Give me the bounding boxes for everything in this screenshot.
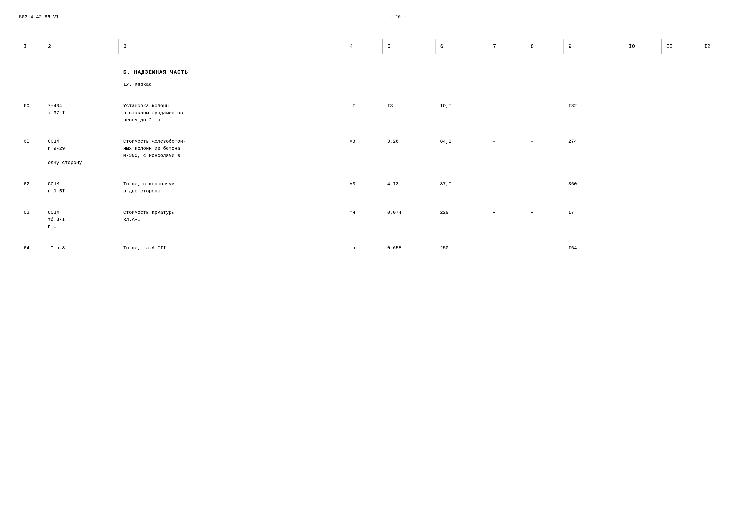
row-64-col6: 250 bbox=[435, 237, 488, 259]
header-left: 503-4-42.86 VI bbox=[19, 14, 59, 20]
row-64-num: 64 bbox=[19, 237, 43, 259]
row-63-unit: тн bbox=[345, 202, 382, 237]
row-60-col8: – bbox=[526, 95, 563, 131]
row-60-num: 60 bbox=[19, 95, 43, 131]
row-64-col11 bbox=[662, 237, 699, 259]
row-63-col12 bbox=[699, 202, 737, 237]
main-table: I 2 3 4 5 6 7 8 9 IO II I2 Б. НАДЗЕМНАЯ … bbox=[19, 39, 737, 259]
col-header-8: 8 bbox=[526, 39, 563, 54]
row-62-col7: – bbox=[488, 173, 526, 202]
table-row: 63 ССЦМтб.3-Iп.I Стоимость арматурыкл.А-… bbox=[19, 202, 737, 237]
row-60-col6: IO,I bbox=[435, 95, 488, 131]
row-60-col5: I8 bbox=[383, 95, 436, 131]
col-header-9: 9 bbox=[563, 39, 624, 54]
table-row: 6I ССЦМп.9-29одну сторону Стоимость желе… bbox=[19, 131, 737, 173]
row-60-col10 bbox=[624, 95, 662, 131]
row-61-col10 bbox=[624, 131, 662, 173]
col-header-10: IO bbox=[624, 39, 662, 54]
col-header-6: 6 bbox=[435, 39, 488, 54]
row-64-code: –"-п.3 bbox=[43, 237, 119, 259]
col-header-11: II bbox=[662, 39, 699, 54]
row-63-code: ССЦМтб.3-Iп.I bbox=[43, 202, 119, 237]
row-62-col8: – bbox=[526, 173, 563, 202]
row-60-col11 bbox=[662, 95, 699, 131]
col-header-5: 5 bbox=[383, 39, 436, 54]
page-header: 503-4-42.86 VI - 26 - bbox=[19, 14, 737, 20]
row-63-col11 bbox=[662, 202, 699, 237]
row-60-code: 7-404т.37-I bbox=[43, 95, 119, 131]
row-64-col12 bbox=[699, 237, 737, 259]
row-62-unit: м3 bbox=[345, 173, 382, 202]
row-61-col12 bbox=[699, 131, 737, 173]
row-61-col5: 3,26 bbox=[383, 131, 436, 173]
row-63-col5: 0,074 bbox=[383, 202, 436, 237]
row-63-col10 bbox=[624, 202, 662, 237]
row-64-col10 bbox=[624, 237, 662, 259]
table-header-row: I 2 3 4 5 6 7 8 9 IO II I2 bbox=[19, 39, 737, 54]
row-61-num: 6I bbox=[19, 131, 43, 173]
row-64-unit: тн bbox=[345, 237, 382, 259]
row-62-col9: 360 bbox=[563, 173, 624, 202]
col-header-12: I2 bbox=[699, 39, 737, 54]
row-61-col6: 84,2 bbox=[435, 131, 488, 173]
row-60-unit: шт bbox=[345, 95, 382, 131]
subsection-iv-row: IУ. Каркас bbox=[19, 79, 737, 95]
row-61-col7: – bbox=[488, 131, 526, 173]
col-header-3: 3 bbox=[119, 39, 345, 54]
row-61-code: ССЦМп.9-29одну сторону bbox=[43, 131, 119, 173]
row-61-desc: Стоимость железобетон-ных колонн из бето… bbox=[119, 131, 345, 173]
section-b-title: Б. НАДЗЕМНАЯ ЧАСТЬ bbox=[119, 54, 345, 79]
row-62-desc: То же, с консолямив две стороны bbox=[119, 173, 345, 202]
row-61-col8: – bbox=[526, 131, 563, 173]
row-63-col6: 229 bbox=[435, 202, 488, 237]
row-62-col5: 4,I3 bbox=[383, 173, 436, 202]
subsection-iv-title: IУ. Каркас bbox=[119, 79, 345, 95]
header-center: - 26 - bbox=[390, 14, 407, 20]
col-header-1: I bbox=[19, 39, 43, 54]
table-row: 62 ССЦМп.9-5I То же, с консолямив две ст… bbox=[19, 173, 737, 202]
row-60-desc: Установка колоннв стаканы фундаментоввес… bbox=[119, 95, 345, 131]
section-b-code bbox=[43, 54, 119, 79]
row-64-col9: I64 bbox=[563, 237, 624, 259]
row-62-col11 bbox=[662, 173, 699, 202]
col-header-4: 4 bbox=[345, 39, 382, 54]
row-64-col5: 0,655 bbox=[383, 237, 436, 259]
row-63-desc: Стоимость арматурыкл.А-I bbox=[119, 202, 345, 237]
table-row: 60 7-404т.37-I Установка колоннв стаканы… bbox=[19, 95, 737, 131]
row-64-col8: – bbox=[526, 237, 563, 259]
row-60-col7: – bbox=[488, 95, 526, 131]
row-61-col9: 274 bbox=[563, 131, 624, 173]
row-63-col9: I7 bbox=[563, 202, 624, 237]
row-60-col9: I82 bbox=[563, 95, 624, 131]
row-62-col10 bbox=[624, 173, 662, 202]
row-63-col7: – bbox=[488, 202, 526, 237]
col-header-7: 7 bbox=[488, 39, 526, 54]
section-b-row: Б. НАДЗЕМНАЯ ЧАСТЬ bbox=[19, 54, 737, 79]
table-row: 64 –"-п.3 То же, кл.А-III тн 0,655 250 –… bbox=[19, 237, 737, 259]
row-62-col6: 87,I bbox=[435, 173, 488, 202]
row-63-num: 63 bbox=[19, 202, 43, 237]
row-62-col12 bbox=[699, 173, 737, 202]
col-header-2: 2 bbox=[43, 39, 119, 54]
section-b-num bbox=[19, 54, 43, 79]
row-61-col11 bbox=[662, 131, 699, 173]
row-64-desc: То же, кл.А-III bbox=[119, 237, 345, 259]
row-62-code: ССЦМп.9-5I bbox=[43, 173, 119, 202]
row-63-col8: – bbox=[526, 202, 563, 237]
row-61-unit: м3 bbox=[345, 131, 382, 173]
row-60-col12 bbox=[699, 95, 737, 131]
row-62-num: 62 bbox=[19, 173, 43, 202]
row-64-col7: – bbox=[488, 237, 526, 259]
